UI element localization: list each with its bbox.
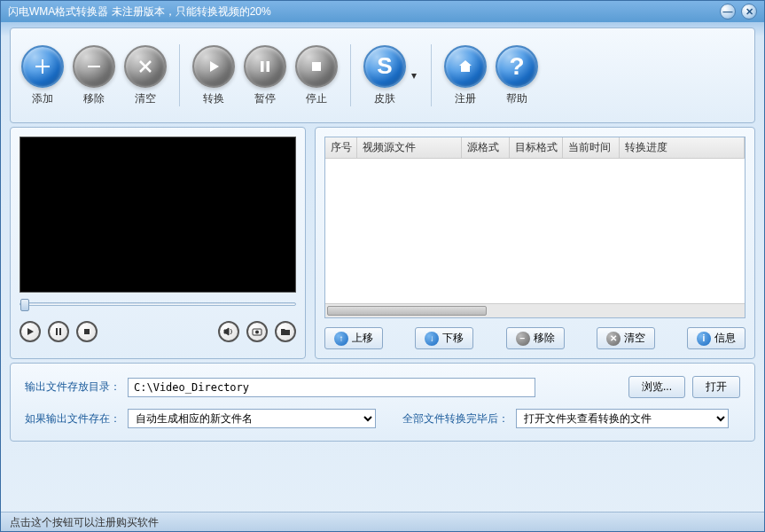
seek-thumb[interactable] (20, 299, 29, 311)
svg-rect-5 (59, 328, 61, 335)
svg-rect-0 (88, 66, 100, 67)
separator (179, 44, 180, 106)
app-title: 闪电WMA格式转换器 未注册版本，只能转换视频的20% (8, 4, 714, 20)
pause-btn[interactable] (48, 321, 69, 342)
h-scroll-thumb[interactable] (327, 306, 487, 316)
add-button[interactable]: 添加 (21, 45, 64, 106)
info-icon: i (697, 332, 711, 346)
open-folder-button[interactable]: 打开 (692, 376, 740, 398)
moveup-button[interactable]: ↑上移 (324, 327, 383, 349)
preview-panel (10, 127, 306, 359)
home-icon (444, 45, 487, 88)
pause-button[interactable]: 暂停 (244, 45, 286, 106)
minimize-button[interactable]: — (720, 4, 736, 20)
file-list-panel: 序号 视频源文件 源格式 目标格式 当前时间 转换进度 ↑上移 ↓下移 −移除 … (315, 127, 755, 359)
status-text: 点击这个按钮可以注册购买软件 (10, 516, 159, 528)
col-curtime[interactable]: 当前时间 (563, 137, 620, 158)
svg-rect-2 (267, 61, 270, 72)
stop-btn[interactable] (76, 321, 98, 342)
separator (350, 44, 351, 106)
play-icon (192, 45, 235, 88)
col-index[interactable]: 序号 (325, 137, 357, 158)
col-srcfmt[interactable]: 源格式 (462, 137, 510, 158)
svg-rect-3 (312, 62, 321, 71)
plus-icon (21, 45, 64, 88)
main-toolbar: 添加 移除 清空 转换 暂停 停止 S 皮肤 ▾ (10, 27, 755, 123)
table-body[interactable] (325, 159, 745, 303)
browse-button[interactable]: 浏览... (628, 376, 685, 398)
minus-icon (73, 45, 115, 88)
titlebar: 闪电WMA格式转换器 未注册版本，只能转换视频的20% — ✕ (1, 1, 764, 22)
file-table: 序号 视频源文件 源格式 目标格式 当前时间 转换进度 (324, 137, 745, 318)
arrow-up-icon: ↑ (334, 332, 348, 346)
remove-item-button[interactable]: −移除 (506, 327, 565, 349)
info-button[interactable]: i信息 (687, 327, 745, 349)
col-source[interactable]: 视频源文件 (357, 137, 462, 158)
outdir-label: 输出文件存放目录： (25, 379, 121, 395)
skin-dropdown-caret[interactable]: ▾ (411, 69, 418, 82)
close-button[interactable]: ✕ (741, 4, 757, 20)
arrow-down-icon: ↓ (425, 332, 439, 346)
h-scrollbar[interactable] (325, 303, 745, 317)
x-icon: ✕ (606, 332, 621, 346)
skin-icon: S (363, 45, 406, 88)
svg-rect-4 (56, 328, 58, 335)
stop-icon (295, 45, 338, 88)
skin-button[interactable]: S 皮肤 (363, 45, 406, 106)
svg-rect-6 (84, 329, 90, 334)
register-button[interactable]: 注册 (444, 45, 487, 106)
output-settings-panel: 输出文件存放目录： 浏览... 打开 如果输出文件存在： 自动生成相应的新文件名… (10, 363, 755, 442)
clear-button[interactable]: 清空 (124, 45, 167, 106)
minus-icon: − (516, 332, 530, 346)
convert-button[interactable]: 转换 (192, 45, 235, 106)
remove-button[interactable]: 移除 (73, 45, 115, 106)
separator (431, 44, 432, 106)
after-label: 全部文件转换完毕后： (402, 411, 509, 426)
table-header: 序号 视频源文件 源格式 目标格式 当前时间 转换进度 (325, 137, 745, 159)
clear-list-button[interactable]: ✕清空 (597, 327, 655, 349)
help-button[interactable]: ? 帮助 (496, 45, 538, 106)
stop-button[interactable]: 停止 (295, 45, 338, 106)
svg-rect-1 (261, 61, 264, 72)
seek-slider[interactable] (20, 302, 296, 306)
exists-select[interactable]: 自动生成相应的新文件名 (128, 409, 376, 428)
after-select[interactable]: 打开文件夹查看转换的文件 (516, 409, 729, 428)
video-preview[interactable] (20, 137, 296, 293)
play-btn[interactable] (20, 321, 41, 342)
statusbar: 点击这个按钮可以注册购买软件 (1, 512, 764, 531)
volume-btn[interactable] (218, 321, 239, 342)
question-icon: ? (496, 45, 538, 88)
folder-btn[interactable] (275, 321, 296, 342)
outdir-input[interactable] (128, 378, 535, 397)
x-icon (124, 45, 167, 88)
exists-label: 如果输出文件存在： (25, 411, 121, 426)
col-progress[interactable]: 转换进度 (620, 137, 745, 158)
snapshot-btn[interactable] (246, 321, 268, 342)
col-dstfmt[interactable]: 目标格式 (510, 137, 563, 158)
svg-point-8 (255, 331, 259, 334)
movedown-button[interactable]: ↓下移 (415, 327, 473, 349)
app-window: 闪电WMA格式转换器 未注册版本，只能转换视频的20% — ✕ 添加 移除 清空… (0, 0, 765, 532)
pause-icon (244, 45, 286, 88)
